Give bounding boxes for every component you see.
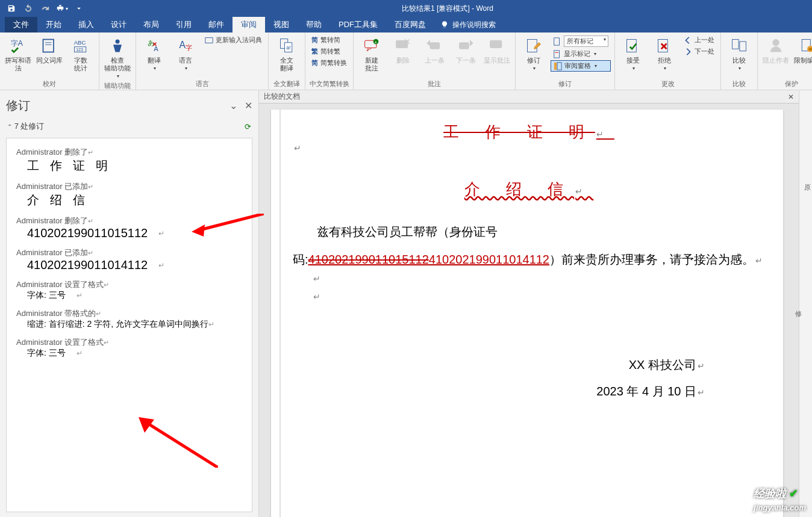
reviewing-pane-button[interactable]: 审阅窗格 [551, 60, 611, 72]
revision-item[interactable]: Administrator 已添加↵ 410202199011014112↵ [16, 247, 242, 272]
language-button[interactable]: A字 语言 [171, 35, 200, 72]
delete-comment-icon [395, 37, 411, 54]
group-changes: 接受 拒绝 上一处 下一处 更改 [615, 33, 721, 90]
original-doc-tab[interactable]: 原 [803, 93, 812, 264]
block-authors-button: 阻止作者 [761, 35, 790, 66]
update-ime-button[interactable]: 更新输入法词典 [202, 35, 264, 45]
tab-pdftools[interactable]: PDF工具集 [330, 17, 386, 33]
revision-item[interactable]: Administrator 设置了格式↵ 字体: 三号↵ [16, 279, 242, 301]
thesaurus-icon [41, 37, 58, 54]
tab-baidu[interactable]: 百度网盘 [386, 17, 434, 33]
revisions-count[interactable]: ⌃ 7 处修订 [7, 121, 44, 132]
to-simplified-button[interactable]: 简繁转简 [309, 35, 349, 45]
doc-body-paragraph: 兹有科技公司员工帮帮（身份证号码:41020219901101511241020… [293, 218, 765, 273]
to-traditional-button[interactable]: 繁简转繁 [309, 46, 349, 57]
spell-check-button[interactable]: 字A 拼写和语法 [4, 35, 33, 73]
sc-tc-convert-button[interactable]: 简简繁转换 [309, 58, 349, 68]
revised-doc-tab[interactable]: 修 [794, 93, 803, 517]
next-change-button[interactable]: 下一处 [681, 46, 717, 57]
thesaurus-button[interactable]: 同义词库 [35, 35, 64, 66]
compare-button[interactable]: 比较 [725, 35, 754, 72]
restrict-editing-button[interactable]: 限制编辑 [793, 35, 812, 66]
quick-access-toolbar: ▾ [4, 1, 87, 16]
tab-review[interactable]: 审阅 [233, 17, 265, 33]
tab-help[interactable]: 帮助 [298, 17, 330, 33]
check-accessibility-button[interactable]: 检查辅助功能 [103, 35, 132, 80]
revisions-pane: 修订 ⌄ ✕ ⌃ 7 处修订 ⟳ Administrator 删除了↵ 工作证明… [0, 90, 259, 517]
reject-button[interactable]: 拒绝 [650, 35, 679, 72]
watermark: 经验啦 ✔ jingyanla.com [754, 486, 806, 513]
track-changes-button[interactable]: 修订 [519, 35, 548, 72]
document-scroll[interactable]: 工 作 证 明 介 绍 信 兹有科技公司员工帮帮（身份证号码:410202199… [259, 104, 799, 517]
tab-file[interactable]: 文件 [5, 17, 37, 33]
new-comment-button[interactable]: + 新建批注 [357, 35, 386, 73]
doc-icon [553, 37, 561, 46]
prev-change-button[interactable]: 上一处 [681, 35, 717, 45]
track-changes-icon [525, 37, 542, 54]
tab-design[interactable]: 设计 [102, 17, 135, 33]
lightbulb-icon [440, 20, 449, 29]
pane-close-icon[interactable]: ✕ [245, 100, 252, 111]
qat-customize-button[interactable] [71, 1, 87, 16]
redo-button[interactable] [37, 1, 53, 16]
document-area: 比较的文档 ✕ 工 作 证 明 介 绍 信 兹有科技公司员工帮帮（身份证号码:4… [259, 90, 799, 517]
title-bar: ▾ 比较结果1 [兼容模式] - Word [0, 0, 812, 17]
svg-text:A: A [180, 40, 186, 50]
revision-item[interactable]: Administrator 设置了格式↵ 字体: 三号↵ [16, 337, 242, 359]
right-rail: 原 修 [799, 90, 812, 517]
fulltext-icon: a! [278, 37, 295, 54]
tab-view[interactable]: 视图 [265, 17, 298, 33]
revision-item[interactable]: Administrator 删除了↵ 工作证明 [16, 147, 242, 174]
new-comment-icon: + [363, 37, 380, 54]
group-chinese-conversion: 简繁转简 繁简转繁 简简繁转换 中文简繁转换 [305, 33, 354, 90]
document-page[interactable]: 工 作 证 明 介 绍 信 兹有科技公司员工帮帮（身份证号码:410202199… [271, 110, 783, 517]
group-compare: 比较 比较 [721, 33, 758, 90]
ime-icon [205, 36, 213, 45]
print-preview-button[interactable]: ▾ [54, 1, 70, 16]
paragraph-mark [293, 273, 765, 291]
svg-text:字A: 字A [11, 39, 23, 48]
svg-text:+: + [374, 40, 377, 45]
show-markup-button[interactable]: 显示标记 [551, 49, 611, 59]
fulltext-translate-button[interactable]: a! 全文翻译 [272, 35, 301, 73]
group-title-proofing: 校对 [4, 78, 95, 90]
svg-rect-22 [430, 43, 440, 49]
revisions-pane-title: 修订 [6, 98, 30, 114]
svg-rect-29 [554, 50, 560, 57]
spellcheck-icon: 字A [10, 37, 27, 54]
save-button[interactable] [4, 1, 19, 16]
group-fulltext-translate: a! 全文翻译 全文翻译 [269, 33, 305, 90]
revision-item[interactable]: Administrator 已添加↵ 介绍信 [16, 181, 242, 208]
reject-icon [656, 37, 673, 54]
word-count-button[interactable]: ABC123 字数统计 [66, 35, 95, 73]
doc-old-title: 工 作 证 明 [293, 122, 765, 143]
next-comment-button: 下一条 [451, 35, 480, 66]
group-title-comments: 批注 [357, 78, 511, 90]
revision-item[interactable]: Administrator 带格式的↵ 缩进: 首行缩进: 2 字符, 允许文字… [16, 308, 242, 330]
tab-insert[interactable]: 插入 [70, 17, 102, 33]
group-language: あA 翻译 A字 语言 更新输入法词典 语言 [136, 33, 269, 90]
ribbon-tabs: 文件 开始 插入 设计 布局 引用 邮件 审阅 视图 帮助 PDF工具集 百度网… [0, 17, 812, 33]
svg-rect-28 [554, 37, 560, 45]
accessibility-icon [109, 37, 126, 54]
accept-button[interactable]: 接受 [619, 35, 648, 72]
doc-pane-close-icon[interactable]: ✕ [788, 93, 794, 101]
annotation-arrow-2 [134, 413, 218, 468]
refresh-icon[interactable]: ⟳ [245, 122, 251, 131]
svg-rect-42 [809, 48, 812, 51]
undo-button[interactable] [20, 1, 36, 16]
workspace: 修订 ⌄ ✕ ⌃ 7 处修订 ⟳ Administrator 删除了↵ 工作证明… [0, 90, 812, 517]
svg-text:ABC: ABC [74, 39, 86, 46]
group-title-protect: 保护 [761, 78, 812, 90]
display-for-review-combo[interactable]: 所有标记 [551, 35, 611, 48]
tab-home[interactable]: 开始 [37, 17, 70, 33]
tell-me-search[interactable]: 操作说明搜索 [434, 17, 502, 33]
tab-references[interactable]: 引用 [167, 17, 200, 33]
tab-layout[interactable]: 布局 [135, 17, 167, 33]
pane-dropdown-icon[interactable]: ⌄ [230, 100, 237, 111]
svg-point-7 [116, 40, 120, 44]
translate-button[interactable]: あA 翻译 [140, 35, 169, 72]
tab-mailings[interactable]: 邮件 [200, 17, 233, 33]
company-line: XX 科技公司 [293, 351, 705, 378]
show-comments-button: 显示批注 [483, 35, 511, 66]
